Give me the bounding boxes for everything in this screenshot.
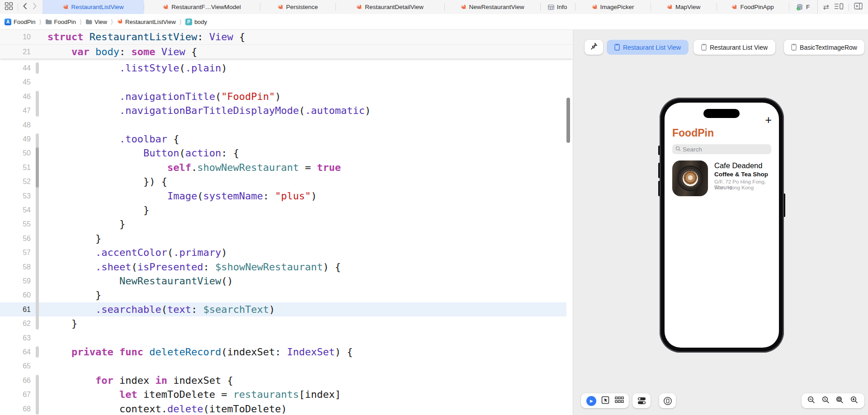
line-number[interactable]: 51 — [0, 160, 31, 174]
code-line-59[interactable]: 59 NewRestaurantView() — [0, 274, 572, 288]
code-line-65[interactable]: 65 — [0, 359, 572, 373]
code-line-45[interactable]: 45 — [0, 75, 572, 89]
device-circle-button[interactable] — [659, 393, 676, 408]
code-line-56[interactable]: 56 } — [0, 231, 572, 245]
breadcrumb-item-view[interactable]: View — [85, 19, 107, 25]
play-button[interactable]: ▶ — [586, 396, 596, 406]
file-tab-mapview[interactable]: MapView — [651, 0, 717, 14]
line-number[interactable]: 67 — [0, 387, 31, 401]
cursor-square-button[interactable] — [601, 396, 609, 406]
code-line-57[interactable]: 57 .accentColor(.primary) — [0, 245, 572, 259]
breadcrumb-item-foodpin[interactable]: FoodPin — [45, 19, 76, 25]
back-icon[interactable] — [23, 2, 28, 12]
line-number[interactable]: 48 — [0, 118, 31, 132]
zoom-out-button[interactable] — [807, 396, 816, 406]
code-line-53[interactable]: 53 Image(systemName: "plus") — [0, 189, 572, 203]
code-line-49[interactable]: 49 .toolbar { — [0, 132, 572, 146]
line-number[interactable]: 49 — [0, 132, 31, 146]
file-tab-newrestaurantview[interactable]: NewRestaurantView — [444, 0, 540, 14]
line-number[interactable]: 46 — [0, 90, 31, 104]
code-line-51[interactable]: 51 self.showNewRestaurant = true — [0, 160, 572, 174]
line-number[interactable]: 55 — [0, 217, 31, 231]
line-number[interactable]: 45 — [0, 75, 31, 89]
line-number[interactable]: 50 — [0, 146, 31, 160]
line-number[interactable]: 47 — [0, 104, 31, 118]
code-line-54[interactable]: 54 } — [0, 203, 572, 217]
code-line-48[interactable]: 48 — [0, 118, 572, 132]
file-tab-label: F — [806, 4, 810, 10]
line-number[interactable]: 21 — [0, 45, 31, 59]
editor-scrollbar[interactable] — [566, 98, 570, 143]
file-tab-persistence[interactable]: Persistence — [260, 0, 335, 14]
file-tab-restaurantlistview[interactable]: RestaurantListView — [42, 0, 144, 14]
zoom-actual-button[interactable]: 1 — [822, 396, 830, 406]
xcode-window: RestaurantListViewRestaurantF…ViewModelP… — [0, 0, 868, 415]
file-tab-info[interactable]: Info — [540, 0, 575, 14]
line-number[interactable]: 52 — [0, 174, 31, 189]
file-tab-restaurantdetailview[interactable]: RestaurantDetailView — [335, 0, 444, 14]
restaurant-row[interactable]: Cafe Deadend Coffee & Tea Shop G/F, 72 P… — [672, 160, 774, 198]
search-field[interactable]: Search — [672, 144, 771, 154]
code-line-68[interactable]: 68 context.delete(itemToDelete) — [0, 402, 572, 415]
code-line-55[interactable]: 55 } — [0, 217, 572, 231]
code-line-63[interactable]: 63 — [0, 331, 572, 345]
code-line-66[interactable]: 66 for index in indexSet { — [0, 373, 572, 387]
preview-tab-label: Restaurant List View — [623, 44, 681, 51]
line-number[interactable]: 53 — [0, 189, 31, 203]
line-number[interactable]: 60 — [0, 288, 31, 302]
code-line-10[interactable]: 10struct RestaurantListView: View { — [0, 30, 572, 44]
line-number[interactable]: 58 — [0, 260, 31, 274]
code-line-58[interactable]: 58 .sheet(isPresented: $showNewRestauran… — [0, 260, 572, 274]
file-tab-imagepicker[interactable]: ImagePicker — [575, 0, 651, 14]
svg-text:1: 1 — [824, 397, 826, 401]
line-number[interactable]: 57 — [0, 245, 31, 259]
breadcrumb-item-foodpin[interactable]: AFoodPin — [5, 19, 35, 25]
file-tab-restaurantfviewmodel[interactable]: RestaurantF…ViewModel — [144, 0, 260, 14]
code-line-21[interactable]: 21 var body: some View { — [0, 45, 572, 59]
code-line-52[interactable]: 52 }) { — [0, 174, 572, 189]
forward-icon[interactable] — [32, 2, 37, 12]
source-control-change-bar — [36, 147, 39, 187]
toggles-button[interactable] — [632, 393, 651, 408]
preview-tab-2[interactable]: BasicTextImageRow — [784, 40, 864, 55]
code-line-62[interactable]: 62 } — [0, 316, 572, 330]
code-line-64[interactable]: 64 private func deleteRecord(indexSet: I… — [0, 345, 572, 359]
file-tab-label: Info — [557, 4, 567, 10]
line-number[interactable]: 66 — [0, 373, 31, 387]
line-number[interactable]: 59 — [0, 274, 31, 288]
swap-arrows-button[interactable]: ⇄ — [823, 3, 829, 11]
code-line-44[interactable]: 44 .listStyle(.plain) — [0, 61, 572, 75]
file-tab-foodpinapp[interactable]: FoodPinApp — [717, 0, 789, 14]
code-line-50[interactable]: 50 Button(action: { — [0, 146, 572, 160]
source-editor[interactable]: 44 .listStyle(.plain)4546 .navigationTit… — [0, 30, 572, 415]
tab-overview-icon[interactable] — [5, 2, 13, 12]
preview-tab-1[interactable]: Restaurant List View — [693, 40, 775, 55]
code-line-47[interactable]: 47 .navigationBarTitleDisplayMode(.autom… — [0, 104, 572, 118]
variants-grid-button[interactable] — [615, 396, 624, 405]
line-number[interactable]: 62 — [0, 316, 31, 330]
line-number[interactable]: 64 — [0, 345, 31, 359]
line-number[interactable]: 56 — [0, 231, 31, 245]
zoom-fit-button[interactable] — [836, 396, 844, 406]
line-number[interactable]: 61 — [0, 302, 31, 316]
line-number[interactable]: 63 — [0, 331, 31, 345]
editor-layout-button[interactable] — [834, 3, 844, 12]
preview-mode-toolbar: ▶ — [581, 393, 629, 408]
preview-tab-0[interactable]: Restaurant List View — [607, 40, 689, 55]
line-number[interactable]: 65 — [0, 359, 31, 373]
add-restaurant-button[interactable]: + — [765, 114, 772, 126]
code-line-46[interactable]: 46 .navigationTitle("FoodPin") — [0, 90, 572, 104]
pin-preview-button[interactable] — [585, 40, 603, 55]
line-number[interactable]: 10 — [0, 30, 31, 44]
line-number[interactable]: 54 — [0, 203, 31, 217]
line-number[interactable]: 68 — [0, 402, 31, 415]
code-line-61[interactable]: 61 .searchable(text: $searchText) — [0, 302, 572, 316]
breadcrumb-item-body[interactable]: Pbody — [185, 19, 207, 25]
file-tab-f[interactable]: F — [789, 0, 817, 14]
code-line-60[interactable]: 60 } — [0, 288, 572, 302]
zoom-in-button[interactable] — [850, 396, 859, 406]
line-number[interactable]: 44 — [0, 61, 31, 75]
add-editor-button[interactable] — [854, 3, 863, 11]
code-line-67[interactable]: 67 let itemToDelete = restaurants[index] — [0, 387, 572, 401]
breadcrumb-item-restaurantlistview[interactable]: RestaurantListView — [117, 19, 176, 25]
